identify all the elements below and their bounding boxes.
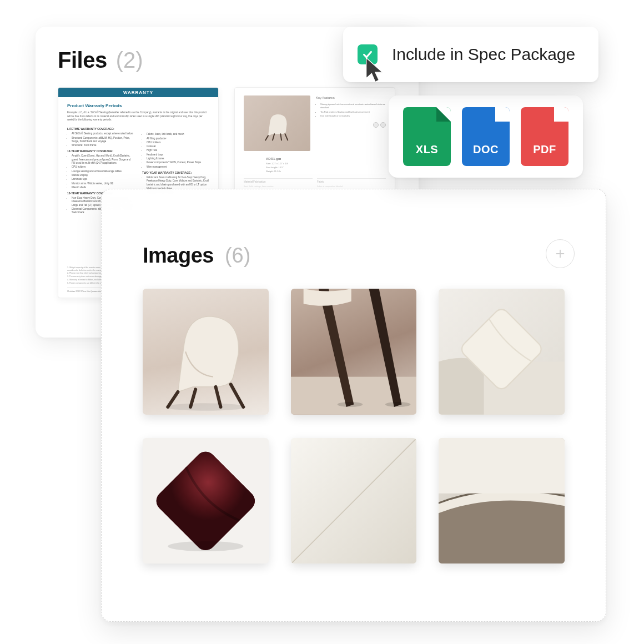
image-tile-leather-stitch[interactable] bbox=[291, 438, 417, 564]
spec-product-image bbox=[244, 95, 310, 151]
pillow-icon bbox=[439, 289, 565, 415]
spec-meta: ADR1-gm Size: 1.27 x 1.27 x 0.8 Seat hei… bbox=[266, 157, 386, 173]
images-card: Images (6) bbox=[101, 189, 606, 622]
pillow-dark-icon bbox=[143, 438, 269, 564]
check-icon bbox=[361, 48, 374, 61]
svg-rect-7 bbox=[152, 447, 259, 554]
image-tile-armrest-detail[interactable] bbox=[439, 438, 565, 564]
warranty-item: Lighting fixtures bbox=[147, 157, 209, 160]
files-title: Files bbox=[58, 48, 107, 73]
export-pdf[interactable]: PDF bbox=[521, 107, 568, 166]
export-xls[interactable]: XLS bbox=[403, 107, 451, 166]
warranty-item: High Tide bbox=[147, 149, 209, 152]
images-title: Images bbox=[143, 244, 214, 268]
export-popover: XLS DOC PDF bbox=[389, 95, 583, 178]
armrest-icon bbox=[439, 438, 565, 564]
add-image-button[interactable] bbox=[546, 239, 575, 268]
warranty-item: Wire management bbox=[147, 165, 209, 169]
svg-point-8 bbox=[168, 541, 243, 551]
warranty-item: CPU holders bbox=[72, 165, 134, 169]
warranty-item: CPU holders bbox=[147, 141, 209, 144]
svg-point-2 bbox=[338, 402, 363, 407]
export-doc[interactable]: DOC bbox=[462, 107, 510, 166]
warranty-item: Fabric and foam cushioning for Non-Stop … bbox=[147, 176, 209, 187]
warranty-item: Keyboard trays bbox=[147, 153, 209, 157]
svg-rect-10 bbox=[439, 438, 565, 494]
leather-texture-icon bbox=[291, 438, 417, 564]
doc-label: DOC bbox=[462, 143, 510, 156]
warranty-item: Laminate tops bbox=[72, 178, 134, 181]
image-tile-pillow-dark[interactable] bbox=[143, 438, 269, 564]
warranty-sub-2yr: TWO-YEAR WARRANTY COVERAGE: bbox=[142, 171, 209, 175]
spec-feature: Tie-Rod protects floating and facilitate… bbox=[320, 110, 386, 114]
warranty-item: Fabric, foam, knit back, and mesh bbox=[147, 133, 209, 136]
warranty-title-bar: WARRANTY bbox=[58, 88, 218, 97]
warranty-item: Amplify, Core (Guest, Hip and Work), Kno… bbox=[72, 154, 134, 165]
chair-leg-icon bbox=[291, 289, 417, 415]
images-header: Images (6) bbox=[143, 244, 565, 268]
images-grid bbox=[143, 289, 565, 564]
warranty-sub-12yr: 12-YEAR WARRANTY COVERAGE: bbox=[67, 149, 134, 153]
warranty-item: Structural: Knoll frame bbox=[72, 144, 134, 147]
warranty-heading: Product Warranty Periods bbox=[67, 103, 209, 109]
warranty-intro: Example LLC, d.b.a. SitOn® Seating (here… bbox=[67, 111, 209, 122]
svg-point-0 bbox=[165, 403, 246, 411]
files-count: (2) bbox=[116, 48, 143, 73]
spec-package-popover: Include in Spec Package bbox=[343, 27, 598, 82]
warranty-item: Power components⁴: EON, Current, Power S… bbox=[147, 161, 209, 164]
spec-cert-icons bbox=[316, 122, 386, 128]
warranty-item: All SitOn® Seating products, except wher… bbox=[72, 132, 134, 135]
warranty-item: Mobile Display bbox=[72, 174, 134, 177]
image-tile-pillow-light[interactable] bbox=[439, 289, 565, 415]
warranty-item: All filing products² bbox=[147, 137, 209, 140]
pdf-label: PDF bbox=[521, 143, 568, 156]
warranty-item: Structural Components: altBUM, HQ, Posit… bbox=[72, 137, 134, 144]
chair-icon bbox=[143, 289, 269, 415]
images-count: (6) bbox=[225, 244, 250, 268]
warranty-item: Gioiosa³ bbox=[147, 145, 209, 148]
spec-feature: Use individually or in modules bbox=[320, 114, 386, 118]
image-tile-chair-front[interactable] bbox=[143, 289, 269, 415]
svg-point-3 bbox=[385, 402, 410, 407]
plus-icon bbox=[554, 248, 566, 260]
xls-label: XLS bbox=[403, 143, 451, 156]
include-checkbox[interactable] bbox=[358, 44, 378, 64]
spec-features-title: Key features bbox=[316, 95, 386, 100]
spec-feature: Strong plywood reinforcement and non-tox… bbox=[320, 103, 386, 109]
image-tile-chair-leg-detail[interactable] bbox=[291, 289, 417, 415]
warranty-item: Monitor arms / Mobis series, Unity G2 bbox=[72, 182, 134, 185]
include-label: Include in Spec Package bbox=[392, 45, 575, 64]
warranty-item: Lounge seating and occasional/lounge tab… bbox=[72, 170, 134, 173]
warranty-sub-lifetime: LIFETIME WARRANTY COVERAGE: bbox=[67, 127, 134, 131]
